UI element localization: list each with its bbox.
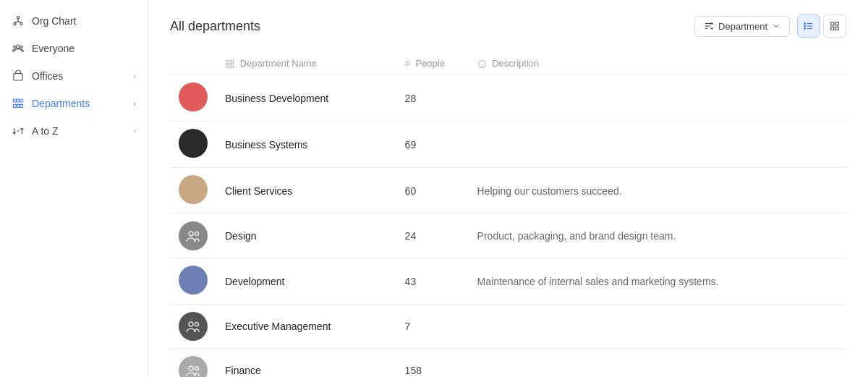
- svg-point-8: [20, 46, 22, 48]
- info-icon: [477, 59, 487, 69]
- list-view-button[interactable]: [797, 14, 820, 38]
- svg-line-4: [14, 22, 18, 23]
- dept-name: Design: [225, 230, 257, 242]
- table-row[interactable]: Client Services60Helping our customers s…: [170, 168, 846, 214]
- dept-name: Development: [225, 276, 285, 287]
- svg-rect-30: [831, 22, 834, 25]
- sort-icon: [704, 21, 714, 31]
- dept-avatar-cell: [170, 168, 216, 214]
- dept-name: Executive Management: [225, 321, 331, 332]
- dept-name: Finance: [225, 365, 261, 376]
- dept-people-cell: 158: [396, 349, 469, 377]
- grid-view-button[interactable]: [823, 14, 846, 38]
- dept-name-cell: Development: [216, 258, 396, 305]
- view-toggle: [797, 14, 846, 38]
- avatar: [179, 266, 208, 295]
- svg-point-44: [195, 323, 199, 326]
- sidebar-item-label: Offices: [32, 70, 63, 82]
- desc-col-icon: [477, 58, 490, 69]
- svg-rect-31: [835, 22, 838, 25]
- main-content: All departments Department: [148, 0, 868, 377]
- svg-point-41: [189, 232, 193, 236]
- offices-chevron: ›: [133, 72, 136, 80]
- dept-avatar-cell: [170, 349, 216, 377]
- table-row[interactable]: Business Development28: [170, 75, 846, 122]
- table-row[interactable]: Business Systems69: [170, 122, 846, 168]
- dept-description-cell: Maintenance of internal sales and market…: [469, 258, 846, 305]
- sidebar-item-offices[interactable]: Offices ›: [0, 62, 148, 90]
- sidebar-item-everyone[interactable]: Everyone: [0, 35, 148, 62]
- az-icon: [12, 124, 25, 137]
- building-icon: [225, 59, 234, 69]
- svg-point-1: [14, 22, 16, 25]
- sidebar: Org Chart Everyone Offices › Departments: [0, 0, 148, 377]
- svg-point-45: [189, 366, 193, 370]
- sidebar-item-atoz[interactable]: A to Z ›: [0, 117, 148, 145]
- people-col-icon: #: [405, 58, 410, 69]
- avatar: [179, 82, 208, 111]
- dept-people-cell: 60: [396, 168, 469, 214]
- sort-button[interactable]: Department: [694, 16, 790, 37]
- dept-name-cell: Client Services: [216, 168, 396, 214]
- dept-avatar-cell: [170, 258, 216, 305]
- dept-name: Business Development: [225, 93, 328, 104]
- dept-people-cell: 7: [396, 305, 469, 349]
- svg-point-43: [189, 322, 193, 326]
- dept-people-cell: 24: [396, 214, 469, 258]
- svg-rect-16: [17, 104, 20, 107]
- svg-rect-12: [13, 99, 16, 102]
- col-avatar: [170, 52, 216, 75]
- svg-rect-14: [20, 99, 23, 102]
- svg-rect-34: [226, 61, 229, 64]
- svg-point-46: [195, 367, 199, 370]
- dept-name: Client Services: [225, 185, 292, 197]
- departments-chevron: ›: [133, 99, 136, 108]
- svg-point-28: [804, 25, 806, 27]
- org-chart-icon: [12, 14, 25, 27]
- dept-people-cell: 69: [396, 122, 469, 168]
- sidebar-item-org-chart[interactable]: Org Chart: [0, 7, 148, 35]
- offices-icon: [12, 69, 25, 82]
- avatar: [179, 175, 208, 204]
- svg-rect-13: [17, 99, 20, 102]
- dept-people-cell: 28: [396, 75, 469, 122]
- table-row[interactable]: Development43Maintenance of internal sal…: [170, 258, 846, 305]
- dept-avatar-cell: [170, 122, 216, 168]
- col-dept-name: Department Name: [216, 52, 396, 75]
- svg-point-6: [17, 45, 20, 48]
- table-row[interactable]: Design24Product, packaging, and brand de…: [170, 214, 846, 258]
- svg-line-5: [18, 22, 22, 23]
- dept-description-cell: [469, 75, 846, 122]
- svg-point-29: [804, 28, 806, 30]
- col-description: Description: [469, 52, 846, 75]
- main-header: All departments Department: [170, 14, 846, 38]
- dept-name-cell: Business Development: [216, 75, 396, 122]
- dept-description-cell: Product, packaging, and brand design tea…: [469, 214, 846, 258]
- svg-rect-36: [226, 65, 229, 68]
- svg-rect-33: [835, 27, 838, 30]
- dept-description-cell: [469, 122, 846, 168]
- svg-rect-35: [231, 61, 234, 64]
- dept-description-cell: Helping our customers succeed.: [469, 168, 846, 214]
- dept-name-col-icon: [225, 58, 237, 69]
- svg-point-2: [20, 22, 22, 25]
- dept-description-cell: [469, 349, 846, 377]
- dept-avatar-cell: [170, 305, 216, 349]
- table-row[interactable]: Executive Management7: [170, 305, 846, 349]
- avatar: [179, 356, 208, 377]
- col-people: # People: [396, 52, 469, 75]
- avatar: [179, 221, 208, 250]
- table-row[interactable]: Finance158: [170, 349, 846, 377]
- svg-point-7: [14, 46, 16, 48]
- svg-rect-37: [231, 65, 234, 68]
- dept-people-cell: 43: [396, 258, 469, 305]
- svg-point-27: [804, 23, 806, 25]
- sidebar-item-departments[interactable]: Departments ›: [0, 90, 148, 117]
- dept-name: Business Systems: [225, 139, 307, 151]
- sidebar-item-label: Departments: [32, 98, 90, 109]
- atoz-chevron: ›: [133, 127, 136, 135]
- dept-avatar-cell: [170, 75, 216, 122]
- svg-point-42: [195, 232, 199, 236]
- svg-rect-17: [20, 104, 23, 107]
- dept-name-cell: Executive Management: [216, 305, 396, 349]
